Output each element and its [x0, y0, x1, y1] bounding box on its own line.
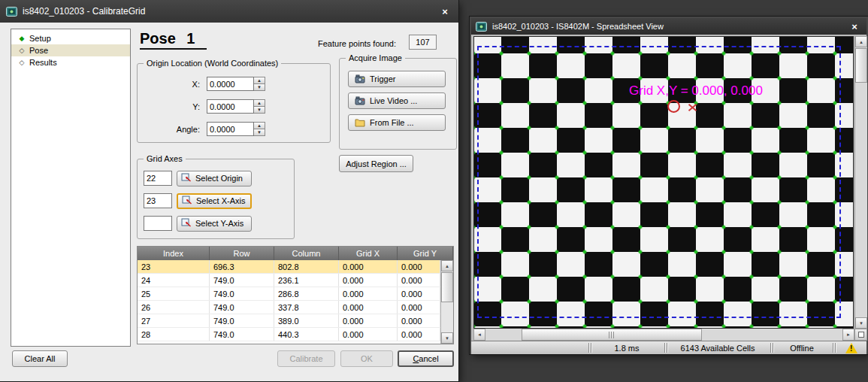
origin-x-input[interactable]: [207, 77, 254, 91]
scroll-right-icon[interactable]: ►: [842, 329, 854, 341]
live-video-button[interactable]: Live Video ...: [348, 92, 446, 109]
column-header[interactable]: Index: [138, 247, 210, 260]
cell-column: 337.8: [274, 301, 339, 314]
cell-gridy: 0.000: [398, 314, 440, 327]
pose-diamond-icon: ◇: [18, 47, 26, 54]
spin-down-button[interactable]: ▼: [254, 84, 265, 91]
table-scrollbar[interactable]: ▲ ▼: [440, 260, 453, 344]
scrollbar-thumb[interactable]: [855, 48, 867, 83]
table-row[interactable]: 23 696.3 802.8 0.000 0.000: [138, 260, 440, 274]
status-separator: [588, 343, 589, 353]
page-title: Pose 1: [140, 30, 207, 50]
cell-gridy: 0.000: [398, 328, 440, 341]
table-body: 23 696.3 802.8 0.000 0.000 24 749.0 236.…: [138, 260, 440, 344]
button-label: Select X-Axis: [196, 196, 245, 205]
column-header[interactable]: Column: [274, 247, 339, 260]
ok-button[interactable]: OK: [340, 350, 393, 367]
cell-index: 24: [138, 274, 210, 286]
clear-all-button[interactable]: Clear All: [12, 350, 68, 367]
select-point-icon: [181, 218, 192, 229]
origin-y-input[interactable]: [207, 99, 254, 114]
cell-gridx: 0.000: [339, 314, 398, 327]
button-label: Live Video ...: [370, 96, 417, 105]
scroll-left-icon[interactable]: ◄: [473, 329, 485, 341]
calibration-checkerboard-image[interactable]: Grid X,Y = 0.000, 0.000: [473, 36, 854, 329]
table-row[interactable]: 25 749.0 286.8 0.000 0.000: [138, 287, 440, 301]
grid-coordinates-overlay: Grid X,Y = 0.000, 0.000: [629, 83, 763, 99]
button-label: From File ...: [370, 118, 414, 127]
group-title: Origin Location (World Coordinates): [144, 59, 281, 68]
from-file-button[interactable]: From File ...: [348, 114, 446, 131]
available-cells: 6143 Available Cells: [668, 344, 767, 353]
table-row[interactable]: 26 749.0 337.8 0.000 0.000: [138, 301, 440, 314]
feature-points-label: Feature points found:: [318, 39, 396, 48]
x-axis-point-index-input[interactable]: [144, 193, 172, 208]
close-icon[interactable]: ×: [847, 20, 862, 33]
scroll-down-icon[interactable]: ▼: [441, 332, 453, 344]
feature-points-table: Index Row Column Grid X Grid Y 23 696.3 …: [137, 246, 454, 344]
cell-column: 286.8: [274, 287, 339, 300]
spreadsheet-window-titlebar[interactable]: is8402_010203 - IS8402M - Spreadsheet Vi…: [471, 18, 866, 35]
scrollbar-thumb[interactable]: [522, 329, 702, 341]
warning-indicator[interactable]: !: [836, 343, 866, 353]
origin-point-index-input[interactable]: [144, 171, 172, 186]
cell-gridy: 0.000: [398, 274, 440, 286]
cell-column: 389.0: [274, 314, 339, 327]
nav-item-pose[interactable]: ◇ Pose: [11, 44, 130, 56]
feature-points-value: 107: [409, 35, 437, 50]
nav-item-label: Setup: [29, 34, 51, 43]
cell-index: 27: [138, 314, 210, 327]
table-row[interactable]: 28 749.0 440.3 0.000 0.000: [138, 328, 440, 341]
calibrate-grid-window: is8402_010203 - CalibrateGrid × ◆ Setup …: [0, 0, 458, 381]
spin-down-button[interactable]: ▼: [254, 129, 265, 136]
scroll-down-icon[interactable]: ▼: [855, 317, 867, 329]
button-label: Trigger: [370, 74, 395, 83]
y-axis-point-index-input[interactable]: [144, 216, 172, 231]
table-row[interactable]: 24 749.0 236.1 0.000 0.000: [138, 274, 440, 287]
cell-row: 749.0: [210, 328, 274, 341]
calibrate-window-titlebar[interactable]: is8402_010203 - CalibrateGrid ×: [0, 0, 458, 23]
nav-item-label: Results: [29, 58, 57, 67]
cell-index: 23: [138, 260, 210, 273]
spin-up-button[interactable]: ▲: [254, 77, 265, 84]
cancel-button[interactable]: Cancel: [398, 350, 454, 367]
spin-up-button[interactable]: ▲: [254, 99, 265, 107]
cell-row: 696.3: [210, 260, 274, 273]
origin-angle-input[interactable]: [207, 122, 254, 136]
scroll-up-icon[interactable]: ▲: [441, 260, 453, 271]
select-origin-button[interactable]: Select Origin: [177, 171, 252, 186]
nav-item-results[interactable]: ◇ Results: [11, 56, 130, 68]
select-x-axis-button[interactable]: Select X-Axis: [177, 193, 252, 209]
spin-down-button[interactable]: ▼: [254, 107, 265, 114]
cell-gridx: 0.000: [339, 274, 398, 286]
select-point-icon: [182, 196, 192, 206]
column-header[interactable]: Grid Y: [398, 247, 453, 260]
acquire-image-group: Acquire Image Trigger Live Video ... Fro…: [339, 58, 457, 150]
column-header[interactable]: Grid X: [339, 247, 398, 260]
spin-up-button[interactable]: ▲: [254, 122, 265, 129]
table-row[interactable]: 27 749.0 389.0 0.000 0.000: [138, 314, 440, 328]
corner-button[interactable]: [854, 329, 867, 341]
column-header[interactable]: Row: [210, 247, 274, 260]
app-icon: [6, 7, 17, 17]
spin-buttons: ▲▼: [254, 122, 265, 136]
image-vertical-scrollbar[interactable]: ▲ ▼: [854, 36, 867, 329]
warning-icon: !: [845, 343, 857, 353]
status-separator: [664, 343, 665, 353]
adjust-region-button[interactable]: Adjust Region ...: [339, 155, 413, 172]
grid-axes-group: Grid Axes Select Origin Select X-Axis: [137, 159, 295, 239]
calibrate-button[interactable]: Calibrate: [277, 350, 335, 367]
cell-row: 749.0: [210, 314, 274, 327]
trigger-button[interactable]: Trigger: [348, 71, 446, 87]
close-icon[interactable]: ×: [437, 5, 452, 18]
select-y-axis-button[interactable]: Select Y-Axis: [177, 216, 252, 232]
scrollbar-thumb[interactable]: [441, 272, 453, 302]
cell-column: 802.8: [274, 260, 339, 273]
y-label: Y:: [142, 102, 207, 111]
scroll-up-icon[interactable]: ▲: [855, 36, 867, 47]
nav-item-setup[interactable]: ◆ Setup: [11, 32, 130, 44]
spreadsheet-view-window: is8402_010203 - IS8402M - Spreadsheet Vi…: [470, 17, 868, 354]
image-horizontal-scrollbar[interactable]: ◄ ►: [473, 329, 854, 341]
group-title: Acquire Image: [346, 53, 405, 62]
window-title: is8402_010203 - IS8402M - Spreadsheet Vi…: [492, 22, 842, 31]
